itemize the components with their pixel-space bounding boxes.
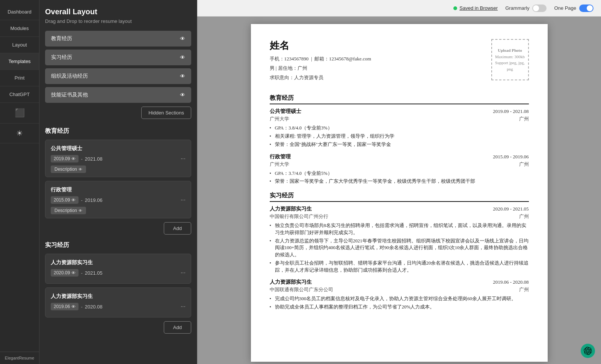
grammarly-toggle-wrap: Grammarly (505, 5, 547, 12)
eye-icon-skills[interactable]: 👁 (180, 92, 185, 98)
one-page-toggle-wrap: One Page (554, 5, 593, 12)
sidebar-item-chatgpt[interactable]: ChatGPT (0, 86, 39, 103)
resume-header: 姓名 手机：1234567890 | 邮箱：12345678@fake.com … (270, 39, 529, 83)
eye-intern-icon-1: 👁 (71, 304, 76, 309)
grammarly-toggle[interactable] (532, 5, 547, 12)
sidebar-item-templates[interactable]: Templates (0, 53, 39, 70)
resume-job-intention: 求职意向：人力资源专员 (270, 74, 484, 82)
edu-card-0-title: 公共管理硕士 (51, 145, 186, 152)
one-page-toggle[interactable] (579, 5, 593, 12)
intern-card-0: 人力资源部实习生 2020.09 👁 - 2021.05 ··· (45, 254, 191, 284)
translate-icon: ⬛ (15, 108, 25, 118)
edu-entry-0-sub: 广州大学 广州 (270, 116, 529, 122)
resume-intern-entry-0: 人力资源部实习生 2020.09 - 2021.05 中国银行有限公司广州分行 … (270, 206, 529, 274)
saved-indicator: Saved in Browser (453, 5, 498, 11)
edu-card-0-menu[interactable]: ··· (181, 155, 186, 162)
resume-contact-gender: 男 | 居住地：广州 (270, 65, 484, 72)
eye-icon-intern[interactable]: 👁 (180, 54, 185, 60)
intern-entry-0-title: 人力资源部实习生 (270, 206, 312, 212)
sidebar-item-dashboard[interactable]: Dashboard (0, 4, 39, 20)
preview-topbar: Saved in Browser Grammarly One Page (197, 0, 601, 17)
one-page-label: One Page (554, 5, 576, 11)
brightness-icon: ☀ (16, 129, 23, 138)
edu-card-0: 公共管理硕士 2019.09 👁 - 2021.08 ··· Descripti… (45, 140, 191, 177)
grammarly-label: Grammarly (505, 5, 529, 11)
intern-card-0-start[interactable]: 2020.09 👁 (51, 269, 79, 277)
edu-card-1-desc[interactable]: Description 👁 (51, 207, 86, 214)
edu-card-0-start[interactable]: 2019.09 👁 (51, 155, 79, 162)
intern-card-1-menu[interactable]: ··· (181, 303, 186, 310)
preview-scroll[interactable]: 姓名 手机：1234567890 | 邮箱：12345678@fake.com … (197, 17, 601, 364)
education-heading: 教育经历 (45, 127, 191, 135)
edu-entry-1-date: 2015.09 - 2019.06 (493, 154, 529, 160)
preview-panel: Saved in Browser Grammarly One Page 姓名 手… (197, 0, 601, 364)
resume-intern-title: 实习经历 (270, 192, 529, 202)
edu-entry-1-bullets: GPA：3.7/4.0（专业前5%） 荣誉：国家一等奖学金，广东大学优秀学生一等… (270, 170, 529, 185)
sidebar-item-print[interactable]: Print (0, 70, 39, 86)
upload-photo-box[interactable]: Upload Photo Maximum: 300kb Support jpeg… (491, 39, 529, 80)
layout-section-intern[interactable]: 实习经历 👁 (45, 50, 191, 65)
eye-icon-org[interactable]: 👁 (180, 73, 185, 79)
eye-desc-icon: 👁 (79, 167, 82, 171)
edu-entry-0-date: 2019.09 - 2021.08 (493, 108, 529, 114)
edu-entry-1-title: 行政管理 (270, 153, 291, 160)
middle-panel: Overall Layout Drag and Drop to reorder … (39, 0, 197, 364)
intern-card-1-title: 人力资源部实习生 (51, 293, 186, 300)
sidebar-item-layout[interactable]: Layout (0, 37, 39, 53)
eye-small-icon-1: 👁 (71, 198, 76, 202)
intern-card-1: 人力资源部实习生 2019.06 👁 - 2020.08 ··· (45, 287, 191, 317)
layout-section-skills[interactable]: 技能证书及其他 👁 (45, 87, 191, 103)
hidden-sections-button[interactable]: Hidden Sections (141, 107, 191, 119)
edu-card-1-menu[interactable]: ··· (181, 197, 186, 203)
edu-card-1-start[interactable]: 2015.09 👁 (51, 196, 79, 204)
edu-entry-0-title: 公共管理硕士 (270, 108, 301, 115)
intern-entry-1-date: 2019.06 - 2020.08 (493, 279, 529, 285)
intern-entry-1-bullets: 完成公司约300名员工的档案信息核对及电子化录入，协助人力资源主管对综合业务处理… (270, 295, 529, 311)
edu-add-button[interactable]: Add (164, 222, 191, 235)
panel-subtitle: Drag and Drop to reorder resume layout (45, 18, 191, 24)
layout-section-edu[interactable]: 教育经历 👁 (45, 31, 191, 47)
intern-entry-0-bullets: 独立负责公司市场部共8名实习生的招聘录用，包括需求沟通，招聘宣传，组织笔试，面试… (270, 222, 529, 274)
layout-section-org[interactable]: 组织及活动经历 👁 (45, 68, 191, 84)
intern-card-0-end: 2021.05 (85, 270, 103, 276)
resume-page: 姓名 手机：1234567890 | 邮箱：12345678@fake.com … (251, 24, 548, 362)
resume-header-left: 姓名 手机：1234567890 | 邮箱：12345678@fake.com … (270, 39, 484, 83)
chatgpt-fab[interactable] (581, 344, 595, 358)
resume-edu-section: 教育经历 公共管理硕士 2019.09 - 2021.08 广州大学 广州 GP… (270, 94, 529, 185)
edu-card-1-end: 2019.06 (85, 197, 103, 203)
resume-edu-title: 教育经历 (270, 94, 529, 104)
edu-card-1-title: 行政管理 (51, 187, 186, 193)
sidebar-icon-brightness[interactable]: ☀ (0, 123, 39, 143)
edu-card-1: 行政管理 2015.09 👁 - 2019.06 ··· Description… (45, 181, 191, 218)
edu-card-0-end: 2021.08 (85, 156, 103, 162)
sidebar-branding: ElegantResume (0, 352, 39, 364)
eye-desc-icon-1: 👁 (79, 209, 82, 213)
chatgpt-icon (584, 347, 592, 355)
intern-heading: 实习经历 (45, 241, 191, 249)
resume-edu-entry-0: 公共管理硕士 2019.09 - 2021.08 广州大学 广州 GPA：3.8… (270, 108, 529, 148)
eye-icon-edu[interactable]: 👁 (180, 36, 185, 42)
panel-title: Overall Layout (45, 8, 191, 16)
eye-intern-icon: 👁 (71, 271, 76, 275)
resume-intern-section: 实习经历 人力资源部实习生 2020.09 - 2021.05 中国银行有限公司… (270, 192, 529, 311)
intern-entry-0-sub: 中国银行有限公司广州分行 广州 (270, 213, 529, 220)
intern-card-1-start[interactable]: 2019.06 👁 (51, 303, 79, 310)
sidebar-item-modules[interactable]: Modules (0, 20, 39, 37)
intern-card-0-title: 人力资源部实习生 (51, 259, 186, 266)
intern-card-0-menu[interactable]: ··· (181, 269, 186, 276)
sidebar-icon-translate[interactable]: ⬛ (0, 103, 39, 123)
saved-dot (453, 6, 457, 10)
resume-name: 姓名 (270, 39, 484, 52)
intern-add-button[interactable]: Add (164, 321, 191, 334)
sidebar: Dashboard Modules Layout Templates Print… (0, 0, 39, 364)
edu-card-0-desc[interactable]: Description 👁 (51, 165, 86, 173)
intern-entry-1-title: 人力资源部实习生 (270, 279, 312, 286)
intern-entry-0-date: 2020.09 - 2021.05 (493, 206, 529, 212)
one-page-knob (587, 5, 593, 11)
eye-small-icon: 👁 (71, 156, 76, 161)
saved-link[interactable]: Saved in Browser (459, 5, 498, 11)
edu-entry-0-bullets: GPA：3.8/4.0（专业前3%） 相关课程: 管理学，人力资源管理，领导学，… (270, 125, 529, 148)
resume-edu-entry-1: 行政管理 2015.09 - 2019.06 广州大学 广州 GPA：3.7/4… (270, 153, 529, 185)
resume-intern-entry-1: 人力资源部实习生 2019.06 - 2020.08 中国联通有限公司广东分公司… (270, 279, 529, 311)
intern-entry-1-sub: 中国联通有限公司广东分公司 广州 (270, 286, 529, 293)
